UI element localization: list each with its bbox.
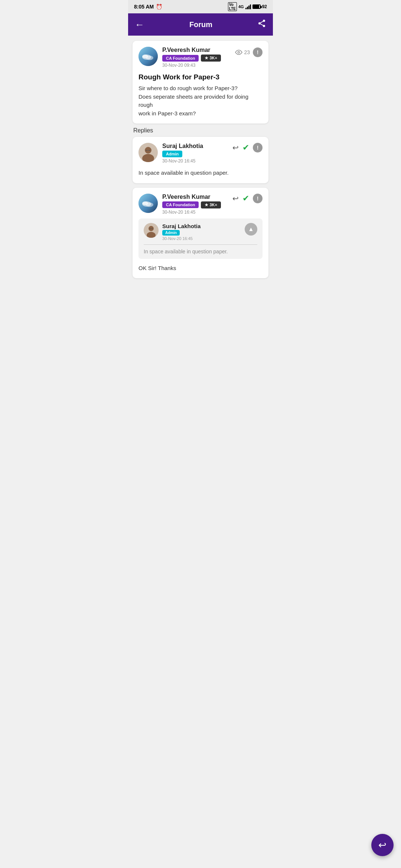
svg-point-0 <box>263 20 265 22</box>
badge-category: CA Foundation <box>162 55 199 62</box>
reply-2-badges: CA Foundation ★ 3K+ <box>162 201 221 208</box>
reply-2-body: OK Sir! Thanks <box>138 264 263 273</box>
reply-icon-1[interactable]: ↩ <box>232 143 239 152</box>
upvote-icon[interactable]: ▲ <box>245 223 257 236</box>
alarm-icon: ⏰ <box>156 4 162 10</box>
post-meta: P.Veeresh Kumar CA Foundation ★ 3K+ 30-N… <box>162 47 221 68</box>
battery-text: 92 <box>262 4 267 9</box>
alert-icon-2[interactable]: ! <box>253 194 263 203</box>
reply-1-body: In space available in question paper. <box>138 169 263 177</box>
reply-icon-2[interactable]: ↩ <box>232 194 239 203</box>
signal-bars <box>245 4 251 9</box>
reply-1-time: 30-Nov-20 16:45 <box>162 158 203 164</box>
svg-rect-13 <box>146 150 147 151</box>
reply-2-badge-rank: ★ 3K+ <box>201 201 221 208</box>
reply-header-left: Suraj Lakhotia Admin 30-Nov-20 16:45 <box>138 143 232 164</box>
post-header-left: P.Veeresh Kumar CA Foundation ★ 3K+ 30-N… <box>138 47 235 68</box>
post-header-right: 23 ! <box>235 47 263 57</box>
svg-rect-14 <box>149 150 150 151</box>
reply-2-header: P.Veeresh Kumar CA Foundation ★ 3K+ 30-N… <box>138 194 263 215</box>
post-time: 30-Nov-20 09:43 <box>162 63 221 68</box>
reply-2-author: P.Veeresh Kumar <box>162 194 221 200</box>
status-bar: 8:05 AM ⏰ VoLTE 4G 92 <box>128 0 273 13</box>
reply-card: Suraj Lakhotia Admin 30-Nov-20 16:45 ↩ ✔… <box>133 137 268 183</box>
badges: CA Foundation ★ 3K+ <box>162 55 221 62</box>
status-right: VoLTE 4G 92 <box>228 2 267 11</box>
svg-line-3 <box>261 24 263 26</box>
volte-icon: VoLTE <box>228 2 237 11</box>
quoted-avatar <box>144 223 159 238</box>
view-count: 23 <box>235 49 250 55</box>
post-title: Rough Work for Paper-3 <box>138 73 263 81</box>
reply-1-badges: Admin <box>162 151 203 157</box>
post-header: P.Veeresh Kumar CA Foundation ★ 3K+ 30-N… <box>138 47 263 68</box>
header-title: Forum <box>189 20 212 29</box>
svg-line-4 <box>261 22 263 23</box>
avatar <box>138 47 158 66</box>
reply-1-actions: ↩ ✔ ! <box>232 143 263 152</box>
svg-rect-23 <box>149 228 151 229</box>
reply-1-badge: Admin <box>162 151 182 157</box>
badge-rank: ★ 3K+ <box>201 55 221 62</box>
network-icon: 4G <box>238 4 244 9</box>
quoted-block: Suraj Lakhotia Admin 30-Nov-20 16:45 ▲ I… <box>138 218 263 259</box>
quoted-author: Suraj Lakhotia <box>162 223 200 229</box>
reply-2-header-left: P.Veeresh Kumar CA Foundation ★ 3K+ 30-N… <box>138 194 232 215</box>
alert-icon[interactable]: ! <box>253 47 263 57</box>
quoted-badges: Admin <box>162 230 200 236</box>
check-icon-2[interactable]: ✔ <box>242 194 249 203</box>
status-time: 8:05 AM ⏰ <box>134 4 162 10</box>
post-body: Sir where to do rough work for Paper-3? … <box>138 84 263 118</box>
svg-point-1 <box>258 22 261 24</box>
reply-1-author: Suraj Lakhotia <box>162 143 203 149</box>
quoted-divider <box>144 244 257 245</box>
main-content: P.Veeresh Kumar CA Foundation ★ 3K+ 30-N… <box>128 36 273 288</box>
svg-point-9 <box>238 52 240 53</box>
battery-icon <box>252 4 261 9</box>
replies-label: Replies <box>133 127 268 134</box>
header: ← Forum <box>128 13 273 36</box>
alert-icon-1[interactable]: ! <box>253 143 263 152</box>
reply-1-meta: Suraj Lakhotia Admin 30-Nov-20 16:45 <box>162 143 203 164</box>
reply-header: Suraj Lakhotia Admin 30-Nov-20 16:45 ↩ ✔… <box>138 143 263 164</box>
svg-point-19 <box>142 201 148 205</box>
avatar-2 <box>138 194 158 213</box>
reply-2-actions: ↩ ✔ ! <box>232 194 263 203</box>
view-number: 23 <box>244 49 250 55</box>
check-icon-1[interactable]: ✔ <box>242 143 249 152</box>
quoted-header: Suraj Lakhotia Admin 30-Nov-20 16:45 ▲ <box>144 223 257 241</box>
post-card: P.Veeresh Kumar CA Foundation ★ 3K+ 30-N… <box>133 41 268 124</box>
quoted-time: 30-Nov-20 16:45 <box>162 236 200 241</box>
time-text: 8:05 AM <box>134 4 154 10</box>
reply-card-2: P.Veeresh Kumar CA Foundation ★ 3K+ 30-N… <box>133 188 268 279</box>
back-button[interactable]: ← <box>135 19 144 30</box>
reply-2-time: 30-Nov-20 16:45 <box>162 210 221 215</box>
quoted-header-left: Suraj Lakhotia Admin 30-Nov-20 16:45 <box>144 223 200 241</box>
svg-rect-24 <box>151 228 153 229</box>
svg-point-8 <box>142 55 148 58</box>
quoted-meta: Suraj Lakhotia Admin 30-Nov-20 16:45 <box>162 223 200 241</box>
svg-point-2 <box>263 25 265 27</box>
quoted-text: In space available in question paper. <box>144 249 257 254</box>
reply-2-badge-category: CA Foundation <box>162 201 199 208</box>
poster-name: P.Veeresh Kumar <box>162 47 221 53</box>
avatar-admin-1 <box>138 143 158 162</box>
share-button[interactable] <box>257 19 266 30</box>
quoted-badge: Admin <box>162 230 180 236</box>
reply-2-meta: P.Veeresh Kumar CA Foundation ★ 3K+ 30-N… <box>162 194 221 215</box>
